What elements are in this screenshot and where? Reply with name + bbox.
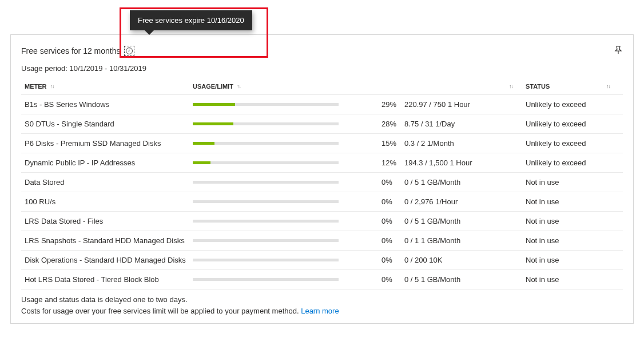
- usage-cell: [193, 122, 381, 125]
- limit-cell: 0 / 200 10K: [404, 256, 513, 264]
- meter-cell: LRS Snapshots - Standard HDD Managed Dis…: [21, 236, 193, 245]
- pct-cell: 12%: [381, 158, 404, 167]
- status-cell: Not in use: [513, 256, 610, 264]
- table-row: Hot LRS Data Stored - Tiered Block Blob0…: [21, 270, 623, 289]
- table-row: LRS Snapshots - Standard HDD Managed Dis…: [21, 231, 623, 251]
- progress-bar: [193, 122, 339, 125]
- limit-cell: 0 / 2,976 1/Hour: [404, 197, 513, 206]
- pct-cell: 0%: [381, 217, 404, 225]
- progress-bar: [193, 259, 339, 261]
- tooltip-text: Free services expire 10/16/2020: [138, 16, 244, 25]
- pct-cell: 29%: [381, 100, 404, 109]
- limit-cell: 0.3 / 2 1/Month: [404, 139, 513, 148]
- table-row: P6 Disks - Premium SSD Managed Disks15%0…: [21, 134, 623, 153]
- status-cell: Not in use: [513, 275, 610, 284]
- usage-cell: [193, 220, 381, 223]
- table-row: Data Stored0%0 / 5 1 GB/MonthNot in use: [21, 173, 623, 192]
- usage-cell: [193, 103, 381, 106]
- pct-cell: 0%: [381, 197, 404, 206]
- table-header: METER ↑↓ USAGE/LIMIT ↑↓ ↑↓ STATUS ↑↓: [21, 78, 623, 94]
- table-row: 100 RU/s0%0 / 2,976 1/HourNot in use: [21, 192, 623, 212]
- pct-cell: 15%: [381, 139, 404, 148]
- meter-cell: Hot LRS Data Stored - Tiered Block Blob: [21, 275, 193, 284]
- footer-line2: Costs for usage over your free services …: [21, 307, 301, 315]
- table-body[interactable]: B1s - BS Series Windows29%220.97 / 750 1…: [21, 94, 623, 289]
- status-cell: Unlikely to exceed: [513, 100, 610, 109]
- free-services-panel: Free services expire 10/16/2020 Free ser…: [10, 34, 634, 324]
- learn-more-link[interactable]: Learn more: [301, 307, 339, 315]
- footer-line1: Usage and status data is delayed one to …: [21, 294, 623, 306]
- sort-icon: ↑↓: [237, 84, 241, 89]
- usage-cell: [193, 181, 381, 184]
- column-label: METER: [25, 83, 47, 90]
- meter-cell: Dynamic Public IP - IP Addresses: [21, 158, 193, 167]
- status-cell: Unlikely to exceed: [513, 139, 610, 148]
- limit-cell: 194.3 / 1,500 1 Hour: [404, 158, 513, 167]
- limit-cell: 0 / 5 1 GB/Month: [404, 275, 513, 284]
- column-header-limit[interactable]: ↑↓: [404, 84, 513, 89]
- table-row: S0 DTUs - Single Standard28%8.75 / 31 1/…: [21, 114, 623, 134]
- pin-icon[interactable]: [614, 45, 623, 56]
- meter-cell: Disk Operations - Standard HDD Managed D…: [21, 256, 193, 264]
- expiry-tooltip: Free services expire 10/16/2020: [130, 10, 252, 30]
- limit-cell: 220.97 / 750 1 Hour: [404, 100, 513, 109]
- panel-title: Free services for 12 months: [21, 46, 121, 55]
- limit-cell: 0 / 1 1 GB/Month: [404, 236, 513, 245]
- progress-fill: [193, 161, 210, 164]
- usage-cell: [193, 278, 381, 281]
- progress-bar: [193, 161, 339, 164]
- column-header-status[interactable]: STATUS ↑↓: [513, 83, 610, 90]
- title-wrap: Free services for 12 months i: [21, 46, 134, 56]
- column-label: USAGE/LIMIT: [193, 83, 233, 90]
- progress-bar: [193, 103, 339, 106]
- meter-cell: B1s - BS Series Windows: [21, 100, 193, 109]
- progress-bar: [193, 200, 339, 203]
- column-header-usage[interactable]: USAGE/LIMIT ↑↓: [193, 83, 381, 90]
- usage-cell: [193, 259, 381, 261]
- table-row: Disk Operations - Standard HDD Managed D…: [21, 251, 623, 270]
- progress-fill: [193, 122, 233, 125]
- pct-cell: 28%: [381, 120, 404, 128]
- usage-cell: [193, 200, 381, 203]
- progress-bar: [193, 181, 339, 184]
- usage-table: METER ↑↓ USAGE/LIMIT ↑↓ ↑↓ STATUS ↑↓ B1s…: [21, 78, 623, 289]
- meter-cell: LRS Data Stored - Files: [21, 217, 193, 225]
- pct-cell: 0%: [381, 275, 404, 284]
- sort-icon: ↑↓: [606, 84, 610, 89]
- usage-cell: [193, 239, 381, 242]
- status-cell: Not in use: [513, 217, 610, 225]
- info-icon[interactable]: i: [124, 46, 134, 56]
- progress-bar: [193, 142, 339, 145]
- pct-cell: 0%: [381, 256, 404, 264]
- limit-cell: 0 / 5 1 GB/Month: [404, 217, 513, 225]
- sort-icon: ↑↓: [509, 84, 513, 89]
- progress-fill: [193, 103, 235, 106]
- pct-cell: 0%: [381, 178, 404, 187]
- table-row: Dynamic Public IP - IP Addresses12%194.3…: [21, 153, 623, 173]
- panel-header: Free services for 12 months i: [21, 45, 623, 56]
- usage-cell: [193, 161, 381, 164]
- status-cell: Not in use: [513, 178, 610, 187]
- status-cell: Not in use: [513, 236, 610, 245]
- footer-text: Usage and status data is delayed one to …: [21, 294, 623, 316]
- table-row: LRS Data Stored - Files0%0 / 5 1 GB/Mont…: [21, 212, 623, 231]
- meter-cell: S0 DTUs - Single Standard: [21, 120, 193, 128]
- meter-cell: P6 Disks - Premium SSD Managed Disks: [21, 139, 193, 148]
- progress-fill: [193, 142, 214, 145]
- usage-period: Usage period: 10/1/2019 - 10/31/2019: [21, 64, 623, 73]
- progress-bar: [193, 239, 339, 242]
- status-cell: Unlikely to exceed: [513, 158, 610, 167]
- limit-cell: 8.75 / 31 1/Day: [404, 120, 513, 128]
- column-header-meter[interactable]: METER ↑↓: [21, 83, 193, 90]
- usage-cell: [193, 142, 381, 145]
- progress-bar: [193, 278, 339, 281]
- status-cell: Unlikely to exceed: [513, 120, 610, 128]
- table-row: B1s - BS Series Windows29%220.97 / 750 1…: [21, 95, 623, 114]
- limit-cell: 0 / 5 1 GB/Month: [404, 178, 513, 187]
- footer-line2-wrap: Costs for usage over your free services …: [21, 306, 623, 317]
- status-cell: Not in use: [513, 197, 610, 206]
- sort-icon: ↑↓: [50, 84, 54, 89]
- progress-bar: [193, 220, 339, 223]
- meter-cell: Data Stored: [21, 178, 193, 187]
- meter-cell: 100 RU/s: [21, 197, 193, 206]
